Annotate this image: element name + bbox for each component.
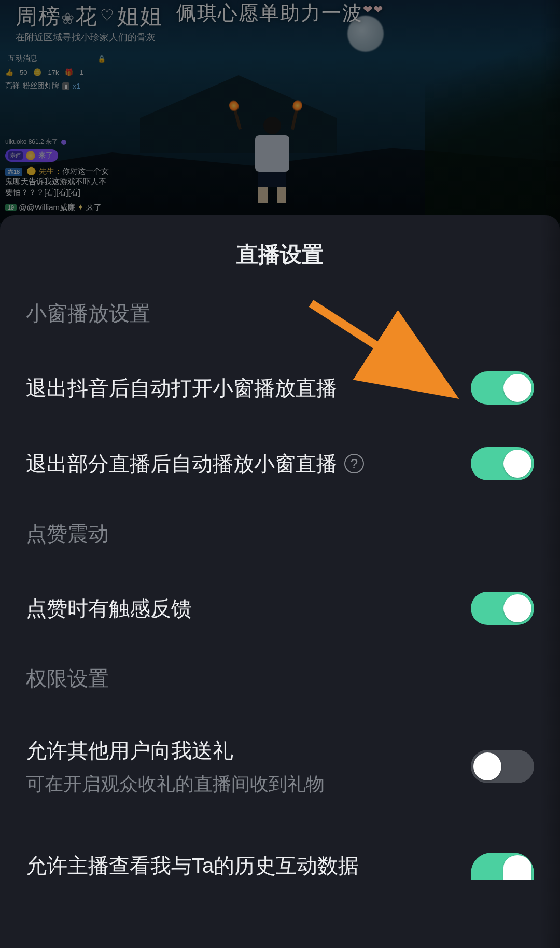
coin-emoji-icon [26,151,35,160]
chat-username: 先生： [39,166,62,175]
thumb-icon: 👍 [5,68,13,76]
coin-icon: 🪙 [33,68,41,76]
badge-chip: ▮ [62,82,69,90]
setting-label: 退出抖音后自动打开小窗播放直播 [26,374,337,402]
setting-like-haptic[interactable]: 点赞时有触感反馈 [26,578,534,638]
setting-pip-exit-room[interactable]: 退出部分直播后自动播放小窗直播 ? [26,434,534,494]
setting-allow-gift[interactable]: 允许其他用户向我送礼 可在开启观众收礼的直播间收到礼物 [26,723,534,810]
stream-banner: 佩琪心愿单助力一波❤❤ [0,0,560,26]
setting-label: 点赞时有触感反馈 [26,594,192,623]
setting-label: 退出部分直播后自动播放小窗直播 [26,450,337,478]
toggle-pip-exit-room[interactable] [471,447,534,480]
toggle-pip-exit-app[interactable] [471,371,534,405]
foliage-decor [425,0,560,223]
rank-subtitle: 在附近区域寻找小珍家人们的骨灰 [16,31,163,44]
setting-pip-exit-app[interactable]: 退出抖音后自动打开小窗播放直播 [26,358,534,418]
setting-desc: 可在开启观众收礼的直播间收到礼物 [26,772,455,797]
setting-label: 允许主播查看我与Ta的历史互动数据 [26,852,359,880]
level-badge: 靠18 [5,168,22,176]
fan-badge-row: 高祥 粉丝团灯牌 ▮ x1 [5,81,109,91]
chat-message: 靠18 🟡 先生：你对这一个女鬼聊天告诉我这游戏不吓人不要怕？？？[看][看][… [5,166,109,198]
section-perm: 权限设置 [26,664,534,693]
chat-stats: 👍50 🪙17k 🎁1 [5,68,109,76]
setting-label: 允许其他用户向我送礼 [26,736,233,765]
section-like: 点赞震动 [26,520,534,548]
enter-pill: 宗师 来了 [5,149,58,162]
setting-allow-history[interactable]: 允许主播查看我与Ta的历史互动数据 [26,831,534,888]
sheet-title: 直播设置 [26,215,534,299]
toggle-allow-gift[interactable] [471,750,534,783]
game-character [251,117,293,202]
toggle-like-haptic[interactable] [471,592,534,625]
spark-icon: ✦ [77,203,84,212]
lock-icon: 🔒 [97,55,106,63]
hearts-icon: ❤❤ [363,3,384,17]
section-pip: 小窗播放设置 [26,299,534,328]
toggle-allow-history[interactable] [471,853,534,880]
dot-icon [61,140,66,145]
live-settings-sheet: 直播设置 小窗播放设置 退出抖音后自动打开小窗播放直播 退出部分直播后自动播放小… [0,215,560,948]
level-badge: 宗师 [8,151,23,160]
gift-icon: 🎁 [65,68,73,76]
chat-header: 互动消息 🔒 [5,52,109,65]
bean-icon: 🟡 [26,166,36,175]
help-icon[interactable]: ? [344,454,364,473]
enter-micro-label: uikuoko 861.2 来了 [5,137,109,146]
chat-column: 互动消息 🔒 👍50 🪙17k 🎁1 高祥 粉丝团灯牌 ▮ x1 uikuoko… [5,52,109,213]
level-badge: 19 [5,204,17,211]
hut-decor [140,75,337,153]
live-stream-background: 周榜❀花♡姐姐 在附近区域寻找小珍家人们的骨灰 佩琪心愿单助力一波❤❤ 互动消息… [0,0,560,223]
enter-row: 19 @@William威廉 ✦ 来了 [5,203,109,213]
